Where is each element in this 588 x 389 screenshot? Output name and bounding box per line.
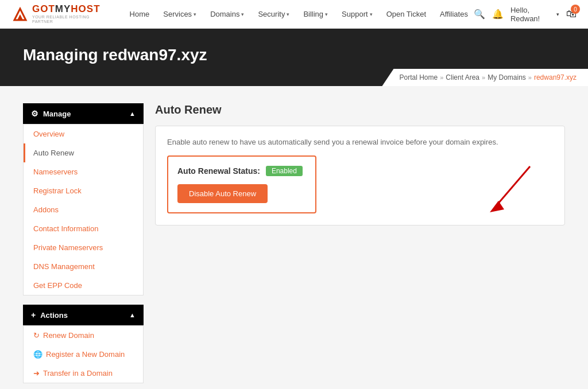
sidebar-item-register-new-domain[interactable]: 🌐 Register a New Domain: [24, 345, 143, 364]
red-arrow-annotation: [484, 161, 553, 220]
breadcrumb-sep-3: »: [528, 74, 532, 81]
sidebar-item-private-nameservers[interactable]: Private Nameservers: [24, 238, 143, 257]
user-dropdown-caret: ▾: [556, 11, 559, 17]
support-dropdown-caret: ▾: [370, 11, 373, 17]
sidebar-manage-section[interactable]: ⚙ Manage ▲: [23, 103, 144, 124]
disable-auto-renew-button[interactable]: Disable Auto Renew: [177, 184, 268, 203]
status-row: Auto Renewal Status: Enabled: [177, 166, 306, 176]
sidebar-item-dns-management[interactable]: DNS Management: [24, 257, 143, 276]
domains-dropdown-caret: ▾: [241, 11, 244, 17]
sidebar-item-renew-domain[interactable]: ↻ Renew Domain: [24, 326, 143, 345]
logo-text: GOTMYHOST YOUR RELIABLE HOSTING PARTNER: [32, 4, 107, 24]
sidebar-actions-menu: ↻ Renew Domain 🌐 Register a New Domain ➜…: [23, 325, 144, 383]
search-icon[interactable]: 🔍: [474, 9, 485, 20]
breadcrumb-my-domains[interactable]: My Domains: [488, 73, 526, 81]
transfer-icon: ➜: [33, 369, 40, 378]
svg-marker-3: [490, 201, 504, 212]
globe-icon: 🌐: [33, 350, 42, 359]
breadcrumb-sep-1: »: [440, 74, 443, 81]
svg-marker-1: [17, 14, 23, 20]
status-badge: Enabled: [266, 166, 303, 176]
sidebar-item-registrar-lock[interactable]: Registrar Lock: [24, 181, 143, 200]
actions-chevron-icon: ▲: [129, 312, 136, 318]
nav-billing[interactable]: Billing ▾: [297, 6, 334, 22]
sidebar-manage-menu: Overview Auto Renew Nameservers Registra…: [23, 124, 144, 295]
sidebar-item-autorenew[interactable]: Auto Renew: [24, 143, 143, 162]
cart-icon[interactable]: 🛍 0: [566, 8, 577, 20]
logo[interactable]: GOTMYHOST YOUR RELIABLE HOSTING PARTNER: [11, 4, 107, 24]
sidebar-item-transfer-in-domain[interactable]: ➜ Transfer in a Domain: [24, 364, 143, 383]
nav-affiliates[interactable]: Affiliates: [434, 6, 474, 22]
sidebar-actions-section[interactable]: + Actions ▲: [23, 305, 144, 325]
content-description: Enable auto renew to have us automatical…: [167, 138, 553, 146]
main-content: ⚙ Manage ▲ Overview Auto Renew Nameserve…: [0, 86, 588, 389]
breadcrumb-current: redwan97.xyz: [534, 73, 577, 81]
logo-icon: [11, 5, 29, 24]
billing-dropdown-caret: ▾: [325, 11, 328, 17]
breadcrumb-sep-2: »: [482, 74, 485, 81]
nav-open-ticket[interactable]: Open Ticket: [381, 6, 432, 22]
plus-icon: +: [31, 310, 36, 320]
navbar-nav: Home Services ▾ Domains ▾ Security ▾ Bil…: [124, 6, 474, 22]
sidebar-item-addons[interactable]: Addons: [24, 200, 143, 219]
renew-icon: ↻: [33, 331, 40, 340]
breadcrumb-client-area[interactable]: Client Area: [446, 73, 479, 81]
gear-icon: ⚙: [31, 109, 38, 118]
breadcrumb: Portal Home » Client Area » My Domains »…: [382, 69, 588, 86]
nav-support[interactable]: Support ▾: [336, 6, 378, 22]
navbar-right: 🔍 🔔 Hello, Redwan! ▾ 🛍 0: [474, 6, 577, 23]
sidebar-actions-label: Actions: [40, 311, 68, 320]
navbar: GOTMYHOST YOUR RELIABLE HOSTING PARTNER …: [0, 0, 588, 29]
nav-home[interactable]: Home: [124, 6, 156, 22]
sidebar-item-contact-info[interactable]: Contact Information: [24, 219, 143, 238]
nav-services[interactable]: Services ▾: [157, 6, 202, 22]
status-label: Auto Renewal Status:: [177, 166, 260, 176]
content-area: Auto Renew Enable auto renew to have us …: [155, 103, 565, 389]
user-greeting[interactable]: Hello, Redwan! ▾: [510, 6, 559, 23]
sidebar-item-nameservers[interactable]: Nameservers: [24, 162, 143, 181]
hero-banner: Managing redwan97.xyz Portal Home » Clie…: [0, 29, 588, 86]
svg-line-2: [496, 166, 530, 207]
cart-badge: 0: [571, 5, 580, 14]
breadcrumb-portal-home[interactable]: Portal Home: [399, 73, 438, 81]
nav-security[interactable]: Security ▾: [252, 6, 295, 22]
content-title: Auto Renew: [155, 103, 565, 116]
content-card: Enable auto renew to have us automatical…: [155, 126, 565, 225]
sidebar: ⚙ Manage ▲ Overview Auto Renew Nameserve…: [23, 103, 144, 389]
sidebar-item-overview[interactable]: Overview: [24, 125, 143, 143]
sidebar-manage-label: Manage: [43, 110, 71, 118]
page-title: Managing redwan97.xyz: [23, 46, 565, 64]
manage-chevron-icon: ▲: [129, 110, 136, 117]
nav-domains[interactable]: Domains ▾: [204, 6, 250, 22]
bell-icon[interactable]: 🔔: [492, 9, 504, 20]
security-dropdown-caret: ▾: [287, 11, 289, 17]
auto-renew-highlighted-box: Auto Renewal Status: Enabled Disable Aut…: [167, 155, 316, 213]
services-dropdown-caret: ▾: [194, 11, 196, 17]
sidebar-item-get-epp-code[interactable]: Get EPP Code: [24, 276, 143, 295]
